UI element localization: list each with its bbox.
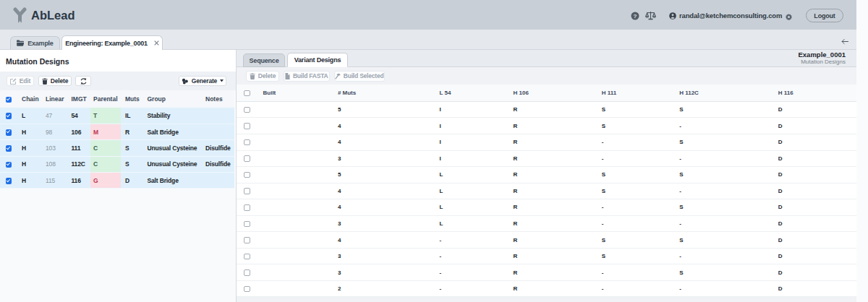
svg-text:?: ? (634, 13, 637, 20)
